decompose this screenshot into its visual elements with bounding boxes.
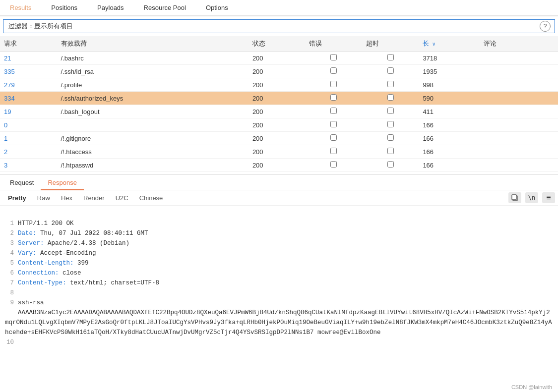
subtab-chinese[interactable]: Chinese — [134, 193, 168, 203]
cell-req: 1 — [0, 132, 57, 145]
line-number: 2 — [5, 228, 14, 238]
response-line: 7Content-Type: text/html; charset=UTF-8 — [5, 278, 553, 288]
results-table: 请求 有效载荷 状态 错误 超时 长 ∨ 评论 21 /.bashrc 200 … — [0, 36, 558, 175]
table-row[interactable]: 279 /.profile 200 998 — [0, 78, 558, 92]
footer-text: CSDN @lainwith — [511, 384, 552, 390]
cell-req: 3 — [0, 159, 57, 172]
cell-status: 200 — [248, 159, 306, 172]
cell-error — [305, 92, 362, 105]
tab-request[interactable]: Request — [3, 176, 41, 190]
subtab-hex[interactable]: Hex — [56, 193, 77, 203]
col-timeout: 超时 — [362, 36, 419, 52]
table-row[interactable]: 19 /.bash_logout 200 411 — [0, 105, 558, 118]
cell-comment — [480, 78, 537, 92]
cell-payload: /!.htpasswd — [57, 159, 248, 172]
svg-rect-1 — [512, 195, 516, 200]
cell-extra — [536, 65, 558, 78]
line-number — [5, 308, 14, 318]
cell-timeout — [362, 132, 419, 145]
cell-timeout — [362, 118, 419, 132]
response-line: 5Content-Length: 399 — [5, 258, 553, 268]
tab-positions[interactable]: Positions — [41, 0, 87, 16]
cell-payload: /.profile — [57, 78, 248, 92]
col-req: 请求 — [0, 36, 57, 52]
subtab-pretty[interactable]: Pretty — [3, 193, 31, 203]
table-row[interactable]: 21 /.bashrc 200 3718 — [0, 52, 558, 65]
response-line: 8 — [5, 288, 553, 298]
col-error: 错误 — [305, 36, 362, 52]
line-number: 3 — [5, 238, 14, 248]
cell-comment — [480, 92, 537, 105]
wrap-icon[interactable]: \n — [525, 192, 538, 203]
cell-error — [305, 118, 362, 132]
cell-comment — [480, 118, 537, 132]
table-row[interactable]: 3 /!.htpasswd 200 166 — [0, 159, 558, 172]
cell-length: 590 — [419, 92, 479, 105]
table-row[interactable]: 1 /!.gitignore 200 166 — [0, 132, 558, 145]
cell-extra — [536, 118, 558, 132]
cell-payload: /.ssh/id_rsa — [57, 65, 248, 78]
line-number: 5 — [5, 258, 14, 268]
cell-timeout — [362, 159, 419, 172]
col-payload: 有效载荷 — [57, 36, 248, 52]
footer: CSDN @lainwith — [505, 382, 558, 392]
cell-req: 334 — [0, 92, 57, 105]
col-length[interactable]: 长 ∨ — [419, 36, 479, 52]
menu-icon[interactable]: ≡ — [542, 192, 555, 203]
cell-status: 200 — [248, 52, 306, 65]
cell-req: 279 — [0, 78, 57, 92]
cell-req: 2 — [0, 145, 57, 159]
cell-length: 3718 — [419, 52, 479, 65]
cell-timeout — [362, 52, 419, 65]
cell-timeout — [362, 92, 419, 105]
col-extra — [536, 36, 558, 52]
table-row[interactable]: 335 /.ssh/id_rsa 200 1935 — [0, 65, 558, 78]
bottom-tabs-bar: Request Response — [0, 175, 558, 190]
table-row[interactable]: 0 200 166 — [0, 118, 558, 132]
cell-error — [305, 65, 362, 78]
line-number: 8 — [5, 288, 14, 298]
cell-payload: /!.htaccess — [57, 145, 248, 159]
col-status: 状态 — [248, 36, 306, 52]
cell-length: 998 — [419, 78, 479, 92]
response-content: 1HTTP/1.1 200 OK2Date: Thu, 07 Jul 2022 … — [0, 206, 558, 385]
cell-comment — [480, 132, 537, 145]
cell-comment — [480, 65, 537, 78]
cell-req: 0 — [0, 118, 57, 132]
help-button[interactable]: ? — [540, 21, 551, 32]
tab-response[interactable]: Response — [41, 176, 84, 190]
cell-extra — [536, 92, 558, 105]
cell-req: 19 — [0, 105, 57, 118]
cell-extra — [536, 145, 558, 159]
line-number: 7 — [5, 278, 14, 288]
copy-icon[interactable] — [508, 192, 521, 203]
cell-payload: /.bash_logout — [57, 105, 248, 118]
response-line: 6Connection: close — [5, 268, 553, 278]
subtab-u2c[interactable]: U2C — [111, 193, 133, 203]
subtab-render[interactable]: Render — [78, 193, 110, 203]
cell-payload: /.ssh/authorized_keys — [57, 92, 248, 105]
filter-label: 过滤器：显示所有项目 — [8, 22, 73, 31]
cell-length: 166 — [419, 159, 479, 172]
cell-comment — [480, 105, 537, 118]
cell-timeout — [362, 78, 419, 92]
tab-resource-pool[interactable]: Resource Pool — [134, 0, 196, 16]
sort-arrow-icon: ∨ — [432, 41, 435, 47]
tab-options[interactable]: Options — [196, 0, 238, 16]
line-number: 9 — [5, 298, 14, 308]
response-line: 9ssh-rsa — [5, 298, 553, 308]
response-line: 4Vary: Accept-Encoding — [5, 248, 553, 258]
cell-length: 166 — [419, 145, 479, 159]
cell-length: 166 — [419, 118, 479, 132]
response-line: 1HTTP/1.1 200 OK — [5, 219, 553, 228]
cell-extra — [536, 105, 558, 118]
tab-payloads[interactable]: Payloads — [87, 0, 133, 16]
table-row[interactable]: 2 /!.htaccess 200 166 — [0, 145, 558, 159]
response-line: 2Date: Thu, 07 Jul 2022 08:40:11 GMT — [5, 228, 553, 238]
subtab-raw[interactable]: Raw — [32, 193, 55, 203]
table-body: 21 /.bashrc 200 3718 335 /.ssh/id_rsa 20… — [0, 52, 558, 175]
table-row[interactable]: 334 /.ssh/authorized_keys 200 590 — [0, 92, 558, 105]
tab-results[interactable]: Results — [0, 0, 41, 16]
cell-error — [305, 132, 362, 145]
cell-req: 335 — [0, 65, 57, 78]
